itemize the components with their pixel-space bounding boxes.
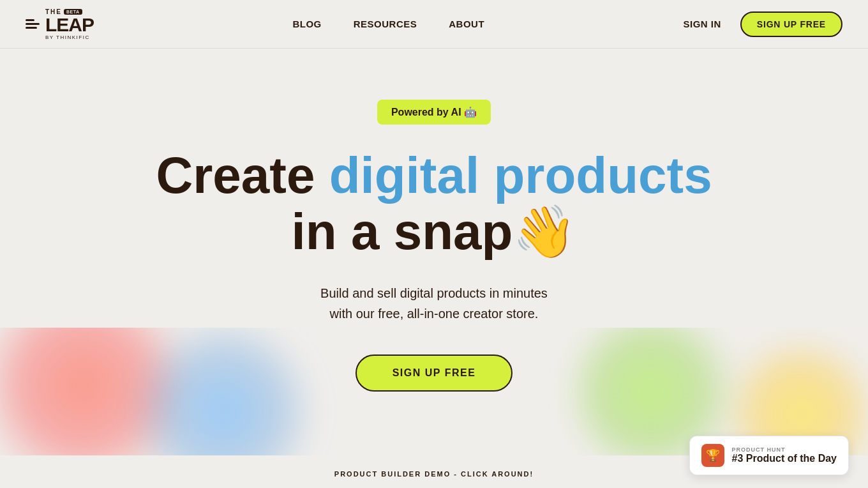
hero-section: Powered by AI 🤖 Create digital products …	[0, 49, 868, 455]
nav-sign-up-button[interactable]: SIGN UP FREE	[740, 11, 842, 37]
blob-blue	[128, 328, 319, 455]
nav-blog[interactable]: BLOG	[292, 19, 321, 29]
product-hunt-badge[interactable]: 🏆 PRODUCT HUNT #3 Product of the Day	[689, 436, 849, 475]
hero-subtitle: Build and sell digital products in minut…	[320, 283, 548, 324]
nav-links: BLOG RESOURCES ABOUT	[292, 19, 484, 29]
hero-title: Create digital products in a snap👋	[156, 148, 712, 260]
hero-title-create: Create	[156, 147, 329, 204]
logo[interactable]: THE BETA LEAP BY THINKIFIC	[26, 8, 94, 40]
hero-title-emoji: 👋	[513, 203, 576, 260]
logo-lines	[26, 19, 40, 29]
product-hunt-label: PRODUCT HUNT	[732, 446, 837, 453]
nav-right: SIGN IN SIGN UP FREE	[684, 11, 842, 37]
hero-subtitle-line1: Build and sell digital products in minut…	[320, 286, 548, 300]
hero-title-snap: in a snap	[292, 203, 513, 260]
navbar: THE BETA LEAP BY THINKIFIC BLOG RESOURCE…	[0, 0, 868, 49]
powered-badge: Powered by AI 🤖	[377, 100, 491, 125]
hero-cta-button[interactable]: SIGN UP FREE	[355, 355, 513, 392]
logo-leap-text: LEAP	[45, 15, 94, 34]
product-hunt-icon: 🏆	[701, 444, 724, 467]
nav-about[interactable]: ABOUT	[449, 19, 484, 29]
nav-resources[interactable]: RESOURCES	[354, 19, 417, 29]
hero-title-highlight: digital products	[329, 147, 712, 204]
hero-subtitle-line2: with our free, all-in-one creator store.	[330, 307, 539, 321]
blob-red	[0, 328, 191, 455]
product-hunt-content: PRODUCT HUNT #3 Product of the Day	[732, 446, 837, 464]
product-hunt-rank: #3 Product of the Day	[732, 453, 837, 464]
sign-in-link[interactable]: SIGN IN	[684, 19, 721, 29]
demo-text: PRODUCT BUILDER DEMO - CLICK AROUND!	[334, 470, 534, 478]
logo-by-text: BY THINKIFIC	[45, 34, 90, 40]
